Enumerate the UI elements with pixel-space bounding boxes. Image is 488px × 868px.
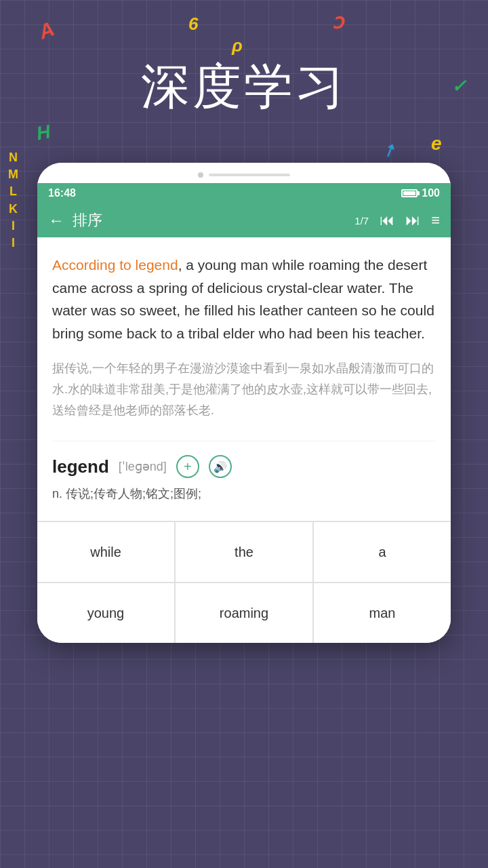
page-title: 深度学习 [0,54,488,119]
progress-label: 1/7 [354,215,369,226]
app-bar-controls: 1/7 ⏮ ⏭ ≡ [354,212,440,229]
answer-grid: while the a young roaming man [37,521,451,643]
deco-arrow: ↗ [379,140,399,162]
battery-icon [401,189,418,197]
word-row: legend [ˈleɡənd] + 🔊 [52,455,436,478]
phone-frame: 16:48 100 ← 排序 1/7 ⏮ ⏭ ≡ According to le… [37,163,451,643]
vertical-text: NMLKII [8,149,18,252]
highlight-text: According to legend [52,257,178,273]
word-definition: n. 传说;传奇人物;铭文;图例; [52,485,436,503]
phone-dot [198,172,203,178]
page-title-area: 深度学习 [0,0,488,133]
sound-button[interactable]: 🔊 [209,455,232,478]
answer-cell-roaming[interactable]: roaming [176,583,312,643]
prev-button[interactable]: ⏮ [380,212,394,229]
phone-bar [209,174,290,176]
content-area: According to legend, a young man while r… [37,237,451,514]
status-time: 16:48 [48,187,76,199]
deco-letter-e: e [431,133,442,155]
english-passage: According to legend, a young man while r… [52,254,436,344]
deco-letter-rho: ρ [232,35,243,56]
answer-cell-the[interactable]: the [176,522,312,582]
deco-check: ✓ [451,76,466,97]
app-bar-title: 排序 [73,210,346,231]
menu-button[interactable]: ≡ [431,212,440,229]
back-button[interactable]: ← [48,211,64,230]
word-phonetic: [ˈleɡənd] [119,459,167,474]
next-button[interactable]: ⏭ [405,212,420,229]
app-bar: ← 排序 1/7 ⏮ ⏭ ≡ [37,203,451,237]
status-bar: 16:48 100 [37,183,451,203]
word-text: legend [52,456,109,477]
chinese-translation: 据传说,一个年轻的男子在漫游沙漠途中看到一泉如水晶般清澈而可口的水.水的味道非常… [52,358,436,420]
battery-body [401,189,418,197]
battery-fill [403,191,415,195]
answer-cell-young[interactable]: young [37,583,174,643]
add-word-button[interactable]: + [176,455,199,478]
answer-cell-man[interactable]: man [314,583,451,643]
phone-notch [37,163,451,183]
deco-letter-c: ɔ [332,9,343,33]
battery-level: 100 [422,187,440,199]
answer-cell-while[interactable]: while [37,522,174,582]
status-right: 100 [401,187,440,199]
answer-cell-a[interactable]: a [314,522,451,582]
deco-letter-6: 6 [188,14,198,35]
word-detail: legend [ˈleɡənd] + 🔊 n. 传说;传奇人物;铭文;图例; [52,441,436,503]
